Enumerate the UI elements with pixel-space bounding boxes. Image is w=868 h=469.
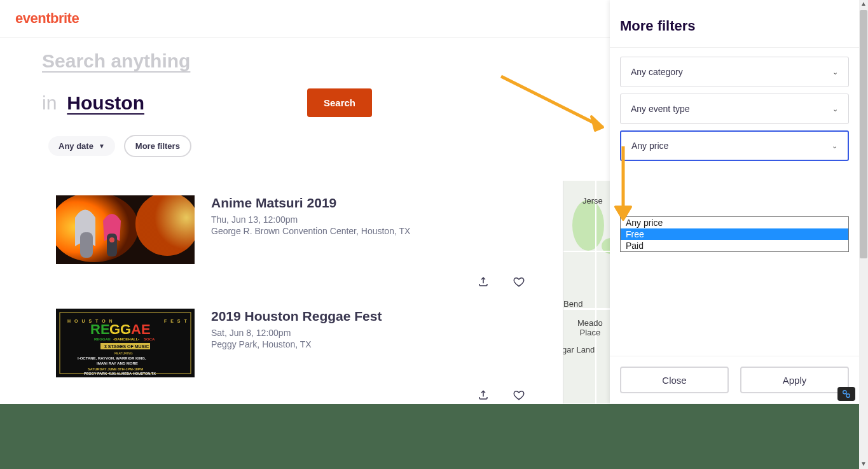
event-thumbnail xyxy=(56,195,195,264)
apply-button[interactable]: Apply xyxy=(740,367,849,393)
price-option-free[interactable]: Free xyxy=(621,228,848,240)
svg-rect-6 xyxy=(107,234,117,256)
scroll-down-icon[interactable]: ▼ xyxy=(859,460,868,469)
event-card[interactable]: Anime Matsuri 2019 Thu, Jun 13, 12:00pm … xyxy=(42,195,525,264)
footer-bar xyxy=(0,404,868,469)
map-label: Bend xyxy=(563,299,582,309)
svg-text:SATURDAY JUNE 8TH-1PM-10PM: SATURDAY JUNE 8TH-1PM-10PM xyxy=(88,367,143,371)
search-button[interactable]: Search xyxy=(307,88,372,117)
svg-text:I-OCTANE, RAYVON, WARRIOR KING: I-OCTANE, RAYVON, WARRIOR KING, xyxy=(78,356,146,360)
more-filters-panel: More filters Any category ⌄ Any event ty… xyxy=(610,0,859,403)
share-icon[interactable] xyxy=(477,389,490,402)
close-button[interactable]: Close xyxy=(620,367,729,393)
event-type-select-label: Any event type xyxy=(631,104,690,114)
event-date: Sat, Jun 8, 12:00pm xyxy=(211,328,525,338)
svg-text:3 STAGES OF MUSIC: 3 STAGES OF MUSIC xyxy=(104,344,149,349)
category-select[interactable]: Any category ⌄ xyxy=(620,57,849,87)
heart-icon[interactable] xyxy=(513,276,525,288)
event-title: 2019 Houston Reggae Fest xyxy=(211,309,525,324)
map-label: Meado Place xyxy=(577,318,603,337)
svg-text:RE: RE xyxy=(90,321,110,337)
event-body: 2019 Houston Reggae Fest Sat, Jun 8, 12:… xyxy=(211,309,525,377)
chevron-down-icon: ⌄ xyxy=(832,105,838,113)
svg-point-30 xyxy=(846,394,850,397)
card-actions xyxy=(477,276,525,288)
more-filters-label: More filters xyxy=(135,141,180,151)
date-filter-pill[interactable]: Any date ▼ xyxy=(48,136,115,156)
event-venue: Peggy Park, Houston, TX xyxy=(211,339,525,349)
filters-panel-body: Any category ⌄ Any event type ⌄ Any pric… xyxy=(610,48,859,161)
price-option-paid[interactable]: Paid xyxy=(621,240,848,251)
chevron-down-icon: ▼ xyxy=(99,143,105,150)
svg-text:AE: AE xyxy=(131,321,151,337)
brand-logo[interactable]: eventbrite xyxy=(15,10,79,27)
svg-text:FEATURING: FEATURING xyxy=(114,351,133,355)
event-thumbnail: H O U S T O N F E S T RE GG AE REGGAE -D… xyxy=(56,309,195,377)
event-venue: George R. Brown Convention Center, Houst… xyxy=(211,226,525,236)
filters-panel-footer: Close Apply xyxy=(610,356,859,403)
category-select-label: Any category xyxy=(631,67,683,77)
svg-text:GG: GG xyxy=(109,321,131,337)
heart-icon[interactable] xyxy=(513,389,525,402)
price-select-label: Any price xyxy=(631,141,668,151)
price-select[interactable]: Any price ⌄ xyxy=(620,130,849,161)
scrollbar[interactable]: ▲ ▼ xyxy=(859,0,868,469)
location-input[interactable]: Houston xyxy=(67,92,144,114)
price-options-dropdown[interactable]: Any price Free Paid xyxy=(620,216,849,252)
scroll-up-icon[interactable]: ▲ xyxy=(859,0,868,9)
svg-point-7 xyxy=(109,237,114,242)
svg-text:SOCA: SOCA xyxy=(144,337,155,341)
in-label: in xyxy=(42,92,57,114)
card-actions xyxy=(477,389,525,402)
more-filters-pill[interactable]: More filters xyxy=(124,135,191,157)
event-date: Thu, Jun 13, 12:00pm xyxy=(211,214,525,225)
map-label: Jerse xyxy=(582,196,603,206)
svg-text:REGGAE: REGGAE xyxy=(94,337,111,341)
svg-rect-4 xyxy=(80,232,93,258)
map-label: gar Land xyxy=(563,345,595,354)
price-option-any[interactable]: Any price xyxy=(621,217,848,228)
chevron-down-icon: ⌄ xyxy=(832,68,838,76)
svg-point-29 xyxy=(843,391,846,394)
scroll-thumb[interactable] xyxy=(860,10,867,258)
svg-text:PEGGY PARK-4101 ALMEDA-HOUSTON: PEGGY PARK-4101 ALMEDA-HOUSTON,TX xyxy=(84,372,156,375)
share-icon[interactable] xyxy=(477,276,490,288)
event-body: Anime Matsuri 2019 Thu, Jun 13, 12:00pm … xyxy=(211,195,525,264)
filters-panel-title: More filters xyxy=(610,0,859,48)
chevron-down-icon: ⌄ xyxy=(832,142,837,150)
event-card[interactable]: H O U S T O N F E S T RE GG AE REGGAE -D… xyxy=(42,309,525,377)
svg-text:IMANI RAY AND MORE: IMANI RAY AND MORE xyxy=(97,361,138,365)
svg-text:F E S T: F E S T xyxy=(164,319,188,323)
event-title: Anime Matsuri 2019 xyxy=(211,195,525,211)
date-filter-label: Any date xyxy=(59,141,93,151)
svg-text:-DANCEHALL-: -DANCEHALL- xyxy=(113,337,139,341)
event-type-select[interactable]: Any event type ⌄ xyxy=(620,94,849,124)
extension-badge-icon[interactable] xyxy=(837,387,855,401)
